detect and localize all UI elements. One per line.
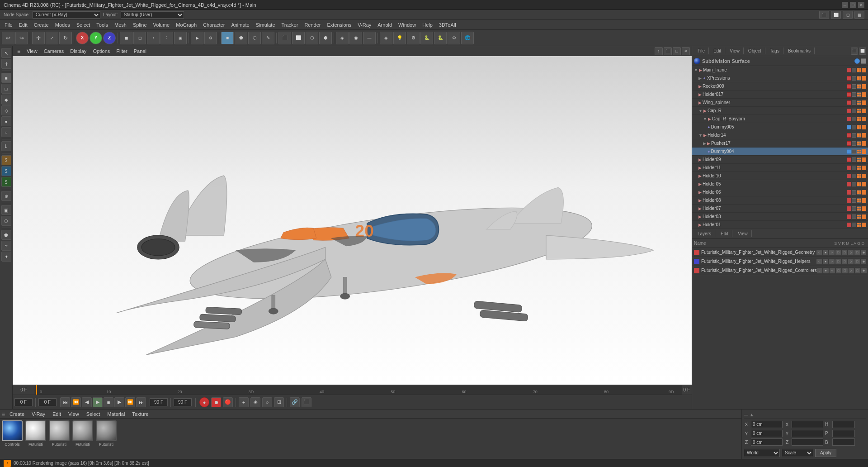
tool-4[interactable]: ✎	[262, 32, 274, 44]
close-button[interactable]: ✕	[858, 2, 864, 8]
axis-z-button[interactable]: Z	[103, 32, 116, 44]
menu-spline[interactable]: Spline	[130, 21, 150, 29]
left-tool-3[interactable]: ◆	[1, 95, 11, 105]
tool-11[interactable]: —	[363, 32, 376, 44]
menu-mograph[interactable]: MoGraph	[173, 21, 199, 29]
swatch-controls[interactable]: Controls	[2, 420, 23, 447]
layout-icon-3[interactable]: ◻	[843, 11, 853, 19]
start-frame-input[interactable]	[38, 398, 57, 406]
material-vray[interactable]: V-Ray	[29, 410, 48, 418]
tree-item-holder05[interactable]: ▶ Holder05	[692, 180, 868, 188]
tool-6[interactable]: ⬜	[292, 32, 305, 44]
rp-icon-2[interactable]: ⬜	[859, 48, 866, 55]
tree-item-holder03[interactable]: ▶ Holder03	[692, 213, 868, 221]
node-space-select[interactable]: Current (V-Ray)	[33, 11, 100, 19]
left-tool-6[interactable]: ○	[1, 127, 11, 137]
tree-item-holder10[interactable]: ▶ Holder10	[692, 172, 868, 180]
tree-item-cap-r-boyyom[interactable]: ▼ ▶ Cap_R_Boyyom	[692, 115, 868, 123]
tool-1[interactable]: ■	[221, 32, 234, 44]
tree-item-dummy005[interactable]: ● Dummy005	[692, 123, 868, 131]
viewport-menu-toggle[interactable]: ≡	[14, 47, 23, 55]
tool-9[interactable]: ◈	[336, 32, 349, 44]
current-frame-input[interactable]	[14, 398, 33, 406]
layout-icon-4[interactable]: ▦	[854, 11, 864, 19]
pose-btn[interactable]: +	[239, 397, 249, 407]
tool-10[interactable]: ◉	[349, 32, 362, 44]
tree-item-holder017[interactable]: ▶ Holder017	[692, 91, 868, 99]
menu-render[interactable]: Render	[302, 21, 323, 29]
rp-icon-1[interactable]: ⬛	[851, 48, 858, 55]
go-to-end-button[interactable]: ⏭	[136, 397, 146, 407]
end-frame-input[interactable]	[150, 398, 168, 406]
tool-8[interactable]: ⬢	[319, 32, 332, 44]
coord-z-pos[interactable]	[751, 438, 783, 446]
tree-item-cap-r[interactable]: ▼ ▶ Cap_R	[692, 107, 868, 115]
viewport-icon-4[interactable]: ✕	[682, 47, 690, 55]
tab-edit[interactable]: Edit	[710, 48, 725, 54]
viewport-view-menu[interactable]: View	[24, 48, 40, 55]
left-tool-select[interactable]: ↖	[1, 48, 11, 58]
step-back-button[interactable]: ⏪	[71, 397, 81, 407]
material-texture[interactable]: Texture	[129, 410, 151, 418]
render-view[interactable]: ▶	[191, 32, 203, 44]
left-tool-8[interactable]: $	[1, 155, 11, 165]
layout-icon-1[interactable]: ⬛	[819, 11, 829, 19]
coord-z-size[interactable]	[792, 438, 823, 446]
redo-button[interactable]: ↪	[15, 32, 28, 44]
viewport-3d[interactable]: 20	[13, 56, 692, 385]
material-menu-toggle[interactable]: ≡	[2, 411, 5, 417]
menu-help[interactable]: Help	[420, 21, 435, 29]
maximize-button[interactable]: □	[850, 2, 856, 8]
menu-volume[interactable]: Volume	[151, 21, 173, 29]
next-frame-button[interactable]: ▶	[114, 397, 124, 407]
move-tool[interactable]: ✛	[32, 32, 45, 44]
select-mode-edges[interactable]: ⌇	[160, 32, 173, 44]
viewport-icon-1[interactable]: ↑	[655, 47, 663, 55]
tree-item-pusher17[interactable]: ▶ ▶ Pusher17	[692, 139, 868, 148]
material-view[interactable]: View	[66, 410, 82, 418]
tree-item-holder08[interactable]: ▶ Holder08	[692, 196, 868, 205]
tab-layers-edit[interactable]: Edit	[717, 230, 732, 237]
material-material[interactable]: Material	[104, 410, 127, 418]
menu-window[interactable]: Window	[396, 21, 419, 29]
menu-3dtoall[interactable]: 3DToAll	[436, 21, 459, 29]
tree-item-dummy004[interactable]: ● Dummy004	[692, 148, 868, 156]
material-create[interactable]: Create	[7, 410, 27, 418]
tree-item-rocket009[interactable]: ▶ Rocket009	[692, 82, 868, 91]
timeline-ruler[interactable]: 0 10 20 3D 40 50 60 70 80 9D	[35, 385, 682, 395]
scale-tool[interactable]: ⤢	[46, 32, 58, 44]
tool-18[interactable]: 🌐	[461, 32, 474, 44]
swatch-2[interactable]: Futuristi	[49, 420, 70, 447]
left-tool-11[interactable]: ⊕	[1, 191, 11, 201]
tool-12[interactable]: ◈	[380, 32, 392, 44]
tab-layers[interactable]: Layers	[694, 230, 715, 237]
layer-controllers[interactable]: Futuristic_Military_Fighter_Jet_White_Ri…	[692, 266, 868, 275]
menu-animate[interactable]: Animate	[228, 21, 252, 29]
select-mode-model[interactable]: ◼	[120, 32, 132, 44]
coord-space-select[interactable]: World Object	[744, 449, 780, 457]
tool-5[interactable]: ⬛	[278, 32, 291, 44]
menu-simulate[interactable]: Simulate	[253, 21, 278, 29]
layer-helpers[interactable]: Futuristic_Military_Fighter_Jet_White_Ri…	[692, 257, 868, 266]
minimize-button[interactable]: ─	[842, 2, 848, 8]
tab-tags[interactable]: Tags	[766, 48, 783, 54]
left-tool-14[interactable]: ⬟	[1, 230, 11, 240]
snap-btn[interactable]: 🔗	[290, 397, 300, 407]
select-mode-poly[interactable]: ▣	[174, 32, 187, 44]
render-settings[interactable]: ⚙	[204, 32, 217, 44]
layout-icon-2[interactable]: ⬜	[831, 11, 841, 19]
tool-16[interactable]: 🐍	[434, 32, 447, 44]
menu-mesh[interactable]: Mesh	[112, 21, 129, 29]
viewport-display-menu[interactable]: Display	[67, 48, 89, 55]
grid-btn[interactable]: ⊞	[274, 397, 284, 407]
coord-h-val[interactable]	[832, 421, 855, 428]
stop-button[interactable]: ■	[104, 397, 113, 407]
timeline-btn[interactable]: ⬛	[302, 397, 311, 407]
menu-select[interactable]: Select	[74, 21, 93, 29]
tab-object[interactable]: Object	[745, 48, 765, 54]
tree-item-mainframe[interactable]: ▼ ▶ Main_frame	[692, 66, 868, 74]
tool-17[interactable]: ⚙	[448, 32, 460, 44]
swatch-1[interactable]: Futuristi	[25, 420, 46, 447]
tool-3[interactable]: ⬡	[248, 32, 261, 44]
tool-13[interactable]: 💡	[393, 32, 406, 44]
